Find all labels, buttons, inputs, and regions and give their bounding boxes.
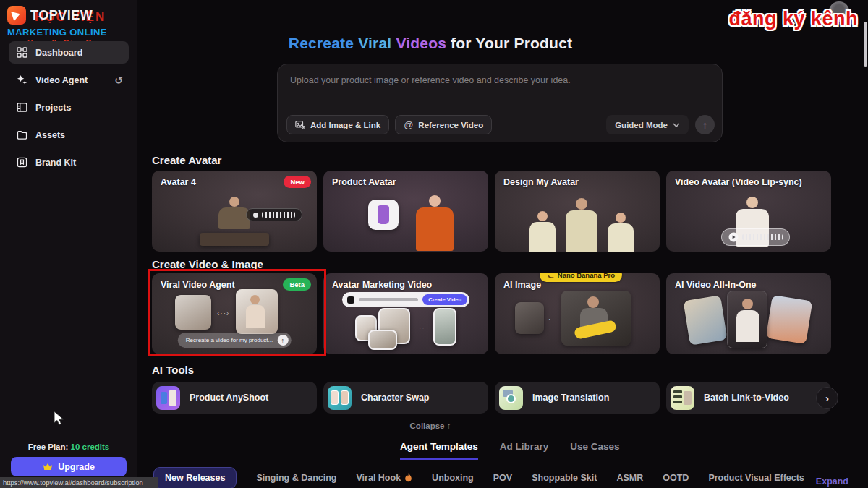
guided-mode-dropdown[interactable]: Guided Mode [606,115,689,134]
product-thumb [368,200,399,230]
collapse-label: Collapse [410,421,445,430]
sidebar-item-label: Projects [35,103,71,113]
card-viral-video-agent[interactable]: Viral Video Agent Beta ‹··› Recreate a v… [152,273,317,354]
submit-button[interactable]: ↑ [695,115,715,134]
watermark-line1: MARKETING ONLINE [7,27,134,38]
card-title: Video Avatar (Video Lip-sync) [675,177,802,187]
waveform [262,212,295,218]
credits-value: 10 credits [71,442,110,451]
sidebar-item-label: Video Agent [35,75,88,85]
composer-toolbar: Add Image & Link @ Reference Video Guide… [286,115,715,134]
folder-icon [17,129,27,140]
topview-logo-icon [7,6,26,25]
crown-icon [43,463,53,471]
voice-waveform-pill [246,208,302,221]
card-title: Avatar 4 [161,177,196,187]
chevron-down-icon [673,123,680,127]
tool-batch-link-to-video[interactable]: Batch Link-to-Video [666,382,831,414]
expand-link[interactable]: Expand [816,476,848,487]
grid-icon [17,47,27,58]
card-art [236,289,278,334]
tool-image-translation[interactable]: Image Translation [495,382,660,414]
collapse-toggle[interactable]: Collapse ↑ [137,421,723,430]
card-ai-image[interactable]: AI Image Nano Banana Pro · [495,273,660,354]
card-title: Design My Avatar [503,177,579,187]
category-asmr[interactable]: ASMR [616,473,643,483]
card-art [433,308,456,346]
image-translation-icon [499,386,523,410]
reference-video-label: Reference Video [418,121,483,129]
subscribe-watermark: đăng ký kênh [728,8,858,30]
category-unboxing[interactable]: Unboxing [432,473,474,483]
sidebar-item-video-agent[interactable]: Video Agent ↺ [9,69,129,91]
prompt-pill-text: Recreate a video for my product... [186,337,273,343]
category-product-visual-effects[interactable]: Product Visual Effects [708,473,804,483]
title-word-viral: Viral [358,35,391,51]
new-badge: New [284,176,311,188]
card-avatar-4[interactable]: Avatar 4 New [152,171,317,252]
card-art [416,195,454,251]
status-url-bar: https://www.topview.ai/dashboard/subscri… [0,477,158,488]
sidebar-item-projects[interactable]: Projects [9,96,129,119]
sidebar-item-label: Brand Kit [35,158,76,168]
tiktok-icon [347,296,354,304]
upgrade-label: Upgrade [58,462,95,472]
card-title: Viral Video Agent [161,280,235,290]
upgrade-button[interactable]: Upgrade [11,457,127,476]
nano-banana-label: Nano Banana Pro [558,273,615,279]
tool-product-anyshoot[interactable]: Product AnyShoot [152,382,317,414]
arrow-connector: ‹··› [217,309,229,317]
category-bar: New Releases Singing & Dancing Viral Hoo… [153,467,848,488]
reference-video-button[interactable]: @ Reference Video [395,115,492,134]
card-product-avatar[interactable]: Product Avatar [323,171,488,252]
prompt-composer[interactable]: Upload your product image or reference v… [277,64,723,142]
card-video-avatar[interactable]: Video Avatar (Video Lip-sync) [666,171,831,252]
tiktok-url-pill: Create Video [342,292,469,307]
card-ai-video-all-in-one[interactable]: AI Video All-In-One [666,273,831,354]
history-icon[interactable]: ↺ [114,75,123,85]
tool-label: Batch Link-to-Video [704,393,789,403]
image-icon [295,120,305,129]
sidebar: TOPVIEW HỌC VIỆN MARKETING ONLINE Vươn X… [0,0,137,488]
card-art [766,295,813,344]
tool-character-swap[interactable]: Character Swap [323,382,488,414]
card-design-my-avatar[interactable]: Design My Avatar [495,171,660,252]
add-image-link-label: Add Image & Link [310,121,380,129]
tab-agent-templates[interactable]: Agent Templates [400,441,478,460]
card-title: AI Video All-In-One [675,280,757,290]
sidebar-item-assets[interactable]: Assets [9,124,129,146]
scrollbar-thumb[interactable] [864,22,867,67]
tool-label: Product AnyShoot [190,393,268,403]
card-art [515,302,544,334]
create-video-chip[interactable]: Create Video [422,294,467,305]
app-window: TOPVIEW HỌC VIỆN MARKETING ONLINE Vươn X… [0,0,868,488]
category-new-releases[interactable]: New Releases [153,467,237,488]
play-waveform-pill[interactable] [721,228,790,246]
add-image-link-button[interactable]: Add Image & Link [286,115,389,134]
category-ootd[interactable]: OOTD [663,473,689,483]
card-avatar-marketing-video[interactable]: Avatar Marketing Video Create Video ·· [323,273,488,354]
carousel-next-button[interactable]: › [816,387,838,409]
collapse-up-icon: ↑ [447,421,451,430]
category-viral-hook[interactable]: Viral Hook [357,473,413,483]
tab-use-cases[interactable]: Use Cases [570,441,619,460]
category-pov[interactable]: POV [493,473,512,483]
category-shoppable-skit[interactable]: Shoppable Skit [532,473,597,483]
category-singing-dancing[interactable]: Singing & Dancing [256,473,336,483]
card-art [200,233,269,246]
arrow-connector: · [548,315,551,323]
mic-icon [253,213,258,218]
card-art [608,213,634,252]
brand-name: TOPVIEW [30,8,93,23]
batch-link-to-video-icon [671,386,694,410]
card-art [368,330,397,350]
sidebar-item-brand-kit[interactable]: Brand Kit [9,151,129,174]
banana-icon [547,273,555,278]
tool-label: Character Swap [361,393,429,403]
tab-ad-library[interactable]: Ad Library [500,441,549,460]
sidebar-item-dashboard[interactable]: Dashboard [9,41,129,64]
prompt-pill: Recreate a video for my product... ↑ [178,333,292,348]
card-art [727,291,767,348]
template-tabs: Agent Templates Ad Library Use Cases [400,441,620,460]
section-heading-create-video: Create Video & Image [152,258,263,270]
